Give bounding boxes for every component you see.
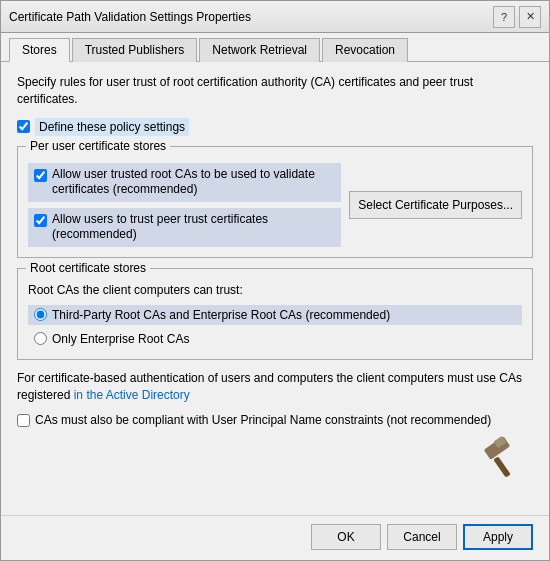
define-policy-checkbox-row: Define these policy settings	[17, 118, 533, 136]
root-cas-radio-group: Third-Party Root CAs and Enterprise Root…	[28, 305, 522, 349]
root-cert-group-title: Root certificate stores	[26, 261, 150, 275]
hammer-icon	[477, 436, 525, 484]
active-directory-link[interactable]: in the Active Directory	[74, 388, 190, 402]
dialog-buttons: OK Cancel Apply	[1, 515, 549, 560]
root-cert-group: Root certificate stores Root CAs the cli…	[17, 268, 533, 360]
window-title: Certificate Path Validation Settings Pro…	[9, 10, 251, 24]
allow-trusted-root-checkbox[interactable]	[34, 169, 47, 182]
allow-trusted-root-row: Allow user trusted root CAs to be used t…	[28, 163, 341, 202]
cas-compliant-checkbox[interactable]	[17, 414, 30, 427]
tabs-bar: Stores Trusted Publishers Network Retrie…	[1, 33, 549, 62]
title-bar-controls: ? ✕	[493, 6, 541, 28]
radio-third-party-row: Third-Party Root CAs and Enterprise Root…	[28, 305, 522, 325]
tab-stores[interactable]: Stores	[9, 38, 70, 62]
cas-compliant-label: CAs must also be compliant with User Pri…	[35, 412, 491, 429]
main-window: Certificate Path Validation Settings Pro…	[0, 0, 550, 561]
radio-third-party[interactable]	[34, 308, 47, 321]
radio-enterprise[interactable]	[34, 332, 47, 345]
tab-revocation[interactable]: Revocation	[322, 38, 408, 62]
allow-peer-trust-label: Allow users to trust peer trust certific…	[52, 212, 335, 243]
per-user-checkboxes: Allow user trusted root CAs to be used t…	[28, 163, 341, 247]
description-text: Specify rules for user trust of root cer…	[17, 74, 533, 108]
allow-peer-trust-row: Allow users to trust peer trust certific…	[28, 208, 341, 247]
main-content: Specify rules for user trust of root cer…	[1, 62, 549, 515]
tab-trusted-publishers[interactable]: Trusted Publishers	[72, 38, 198, 62]
ok-button[interactable]: OK	[311, 524, 381, 550]
apply-button[interactable]: Apply	[463, 524, 533, 550]
select-certificate-purposes-button[interactable]: Select Certificate Purposes...	[349, 191, 522, 219]
per-user-group-title: Per user certificate stores	[26, 139, 170, 153]
close-button[interactable]: ✕	[519, 6, 541, 28]
tab-network-retrieval[interactable]: Network Retrieval	[199, 38, 320, 62]
allow-trusted-root-label: Allow user trusted root CAs to be used t…	[52, 167, 335, 198]
svg-rect-2	[493, 457, 511, 478]
help-button[interactable]: ?	[493, 6, 515, 28]
define-policy-checkbox[interactable]	[17, 120, 30, 133]
cas-compliant-row: CAs must also be compliant with User Pri…	[17, 412, 533, 429]
define-policy-label: Define these policy settings	[35, 118, 189, 136]
per-user-cert-row: Allow user trusted root CAs to be used t…	[28, 163, 522, 247]
allow-peer-trust-checkbox[interactable]	[34, 214, 47, 227]
title-bar: Certificate Path Validation Settings Pro…	[1, 1, 549, 33]
cancel-button[interactable]: Cancel	[387, 524, 457, 550]
radio-third-party-label: Third-Party Root CAs and Enterprise Root…	[52, 308, 390, 322]
root-cas-label: Root CAs the client computers can trust:	[28, 283, 522, 297]
radio-enterprise-label: Only Enterprise Root CAs	[52, 332, 189, 346]
radio-enterprise-row: Only Enterprise Root CAs	[28, 329, 522, 349]
per-user-group: Per user certificate stores Allow user t…	[17, 146, 533, 258]
hammer-area	[17, 436, 533, 484]
footer-text: For certificate-based authentication of …	[17, 370, 533, 404]
